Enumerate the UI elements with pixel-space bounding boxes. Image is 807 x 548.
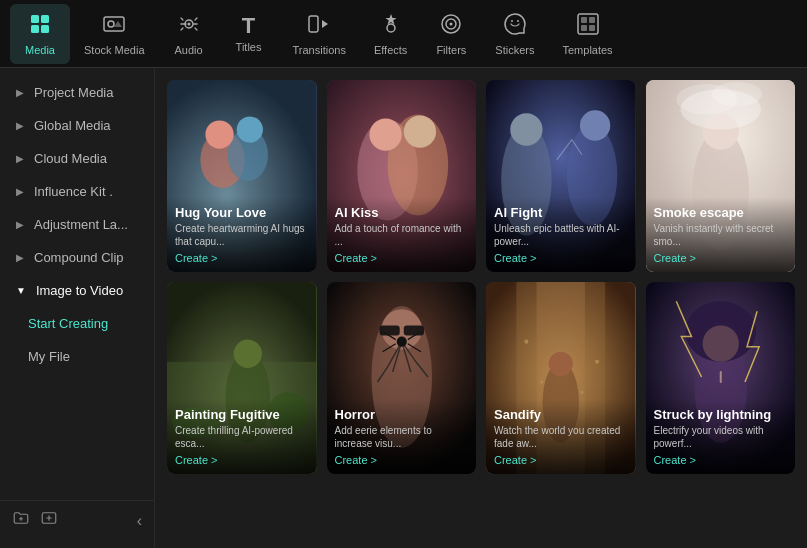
card-desc-lightning: Electrify your videos with powerf... — [654, 424, 788, 450]
card-overlay-painting: Painting Fugitive Create thrilling AI-po… — [167, 399, 317, 474]
nav-item-media[interactable]: Media — [10, 4, 70, 64]
card-create-fight[interactable]: Create > — [494, 252, 628, 264]
svg-point-61 — [540, 381, 543, 384]
card-title-kiss: AI Kiss — [335, 205, 469, 220]
svg-point-12 — [450, 22, 453, 25]
card-desc-smoke: Vanish instantly with secret smo... — [654, 222, 788, 248]
svg-rect-51 — [379, 325, 399, 335]
svg-rect-52 — [403, 325, 423, 335]
svg-point-34 — [510, 113, 542, 145]
nav-item-effects[interactable]: Effects — [360, 4, 421, 64]
card-desc-horror: Add eerie elements to increase visu... — [335, 424, 469, 450]
sidebar-label-cloud-media: Cloud Media — [34, 151, 107, 166]
svg-rect-8 — [309, 16, 318, 32]
sidebar-label-compound: Compound Clip — [34, 250, 124, 265]
nav-label-stock: Stock Media — [84, 44, 145, 56]
card-painting-fugitive[interactable]: Painting Fugitive Create thrilling AI-po… — [167, 282, 317, 474]
top-nav: Media Stock Media Audio T Titles — [0, 0, 807, 68]
svg-rect-15 — [578, 14, 598, 34]
svg-point-25 — [237, 116, 263, 142]
card-sandify[interactable]: Sandify Watch the world you created fade… — [486, 282, 636, 474]
sidebar-item-global-media[interactable]: ▶ Global Media — [0, 109, 154, 142]
sidebar-label-my-file: My File — [28, 349, 70, 364]
card-overlay-lightning: Struck by lightning Electrify your video… — [646, 399, 796, 474]
card-create-kiss[interactable]: Create > — [335, 252, 469, 264]
nav-label-media: Media — [25, 44, 55, 56]
svg-point-45 — [234, 340, 262, 368]
nav-label-filters: Filters — [436, 44, 466, 56]
card-ai-fight[interactable]: AI Fight Unleash epic battles with AI-po… — [486, 80, 636, 272]
card-overlay-horror: Horror Add eerie elements to increase vi… — [327, 399, 477, 474]
sidebar-item-influence-kit[interactable]: ▶ Influence Kit . — [0, 175, 154, 208]
nav-item-stock-media[interactable]: Stock Media — [70, 4, 159, 64]
audio-icon — [177, 12, 201, 40]
card-horror[interactable]: Horror Add eerie elements to increase vi… — [327, 282, 477, 474]
card-create-sandify[interactable]: Create > — [494, 454, 628, 466]
media-add-icon[interactable] — [40, 509, 58, 532]
card-title-hug: Hug Your Love — [175, 205, 309, 220]
nav-item-transitions[interactable]: Transitions — [279, 4, 360, 64]
card-desc-sandify: Watch the world you created fade aw... — [494, 424, 628, 450]
nav-item-titles[interactable]: T Titles — [219, 7, 279, 61]
card-title-fight: AI Fight — [494, 205, 628, 220]
card-desc-hug: Create heartwarming AI hugs that capu... — [175, 222, 309, 248]
sidebar-label-start-creating: Start Creating — [28, 316, 108, 331]
card-ai-kiss[interactable]: AI Kiss Add a touch of romance with ... … — [327, 80, 477, 272]
stickers-icon — [503, 12, 527, 40]
svg-point-66 — [702, 325, 738, 361]
sidebar-item-start-creating[interactable]: Start Creating — [0, 307, 154, 340]
transitions-icon — [307, 12, 331, 40]
svg-rect-1 — [41, 15, 49, 23]
card-create-smoke[interactable]: Create > — [654, 252, 788, 264]
svg-point-59 — [524, 340, 528, 344]
nav-item-stickers[interactable]: Stickers — [481, 4, 548, 64]
chevron-right-icon: ▶ — [16, 87, 24, 98]
sidebar-item-compound-clip[interactable]: ▶ Compound Clip — [0, 241, 154, 274]
svg-rect-17 — [589, 17, 595, 23]
sidebar-label-influence-kit: Influence Kit . — [34, 184, 113, 199]
svg-point-24 — [205, 120, 233, 148]
sidebar-collapse-icon[interactable]: ‹ — [137, 512, 142, 530]
card-smoke-escape[interactable]: Smoke escape Vanish instantly with secre… — [646, 80, 796, 272]
sidebar-bottom: ‹ — [0, 500, 154, 540]
effects-icon — [379, 12, 403, 40]
card-overlay-sandify: Sandify Watch the world you created fade… — [486, 399, 636, 474]
card-title-painting: Painting Fugitive — [175, 407, 309, 422]
sidebar-label-image-to-video: Image to Video — [36, 283, 123, 298]
card-overlay-fight: AI Fight Unleash epic battles with AI-po… — [486, 197, 636, 272]
chevron-right-icon-5: ▶ — [16, 219, 24, 230]
card-hug-your-love[interactable]: Hug Your Love Create heartwarming AI hug… — [167, 80, 317, 272]
nav-item-templates[interactable]: Templates — [548, 4, 626, 64]
card-create-lightning[interactable]: Create > — [654, 454, 788, 466]
nav-item-audio[interactable]: Audio — [159, 4, 219, 64]
sidebar-item-project-media[interactable]: ▶ Project Media — [0, 76, 154, 109]
sidebar-item-cloud-media[interactable]: ▶ Cloud Media — [0, 142, 154, 175]
card-struck-by-lightning[interactable]: Struck by lightning Electrify your video… — [646, 282, 796, 474]
media-icon — [28, 12, 52, 40]
card-create-painting[interactable]: Create > — [175, 454, 309, 466]
sidebar-item-my-file[interactable]: My File — [0, 340, 154, 373]
svg-point-53 — [396, 337, 406, 347]
svg-rect-2 — [31, 25, 39, 33]
sidebar-item-image-to-video[interactable]: ▼ Image to Video — [0, 274, 154, 307]
card-create-horror[interactable]: Create > — [335, 454, 469, 466]
sidebar-label-global-media: Global Media — [34, 118, 111, 133]
svg-rect-18 — [581, 25, 587, 31]
card-create-hug[interactable]: Create > — [175, 252, 309, 264]
sidebar: ▶ Project Media ▶ Global Media ▶ Cloud M… — [0, 68, 155, 548]
sidebar-item-adjustment[interactable]: ▶ Adjustment La... — [0, 208, 154, 241]
folder-add-icon[interactable] — [12, 509, 30, 532]
nav-label-effects: Effects — [374, 44, 407, 56]
svg-point-13 — [511, 20, 513, 22]
card-title-sandify: Sandify — [494, 407, 628, 422]
filters-icon — [439, 12, 463, 40]
sidebar-label-project-media: Project Media — [34, 85, 113, 100]
nav-label-titles: Titles — [236, 41, 262, 53]
chevron-right-icon-3: ▶ — [16, 153, 24, 164]
nav-label-templates: Templates — [562, 44, 612, 56]
svg-rect-16 — [581, 17, 587, 23]
nav-item-filters[interactable]: Filters — [421, 4, 481, 64]
svg-point-7 — [187, 22, 190, 25]
chevron-right-icon-4: ▶ — [16, 186, 24, 197]
card-title-smoke: Smoke escape — [654, 205, 788, 220]
